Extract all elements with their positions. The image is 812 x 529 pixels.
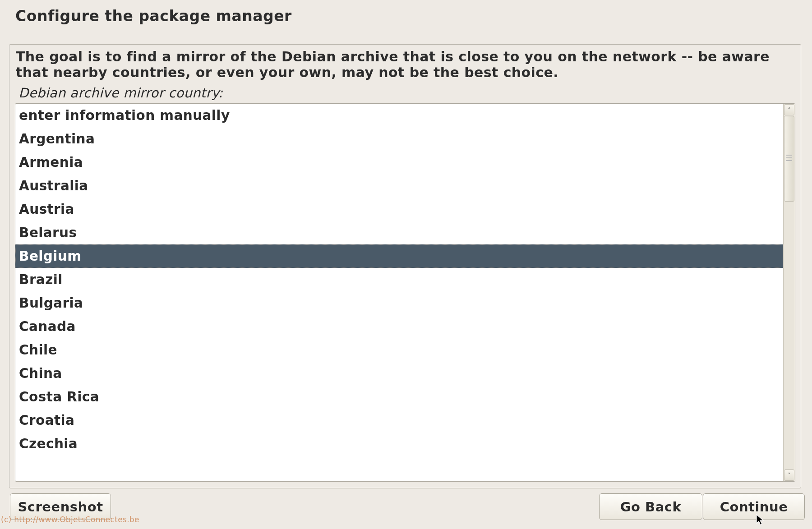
list-item[interactable]: Australia bbox=[15, 174, 783, 198]
list-item[interactable]: Argentina bbox=[15, 127, 783, 151]
scrollbar-track[interactable] bbox=[784, 116, 794, 469]
scrollbar-thumb[interactable] bbox=[784, 116, 794, 202]
list-item[interactable]: Bulgaria bbox=[15, 291, 783, 315]
list-item[interactable]: Austria bbox=[15, 198, 783, 221]
list-item[interactable]: China bbox=[15, 362, 783, 385]
go-back-button[interactable]: Go Back bbox=[599, 493, 702, 520]
mirror-country-listbox[interactable]: enter information manuallyArgentinaArmen… bbox=[15, 103, 795, 482]
main-panel: The goal is to find a mirror of the Debi… bbox=[9, 44, 801, 488]
watermark-text: (c) http://www.ObjetsConnectes.be bbox=[1, 515, 139, 524]
page-title: Configure the package manager bbox=[15, 7, 292, 25]
continue-button[interactable]: Continue bbox=[703, 493, 805, 520]
list-item[interactable]: Belgium bbox=[15, 244, 783, 268]
list-item[interactable]: Armenia bbox=[15, 151, 783, 174]
list-item[interactable]: Belarus bbox=[15, 221, 783, 244]
list-item[interactable]: enter information manually bbox=[15, 104, 783, 127]
description-text: The goal is to find a mirror of the Debi… bbox=[16, 49, 794, 80]
list-item[interactable]: Croatia bbox=[15, 409, 783, 432]
list-item[interactable]: Czechia bbox=[15, 432, 783, 455]
prompt-label: Debian archive mirror country: bbox=[18, 85, 223, 101]
scrollbar[interactable]: ˄ ˅ bbox=[783, 104, 795, 481]
scroll-down-button[interactable]: ˅ bbox=[784, 469, 794, 481]
list-item[interactable]: Brazil bbox=[15, 268, 783, 291]
scroll-up-button[interactable]: ˄ bbox=[784, 104, 794, 115]
list-item[interactable]: Chile bbox=[15, 338, 783, 362]
list-item[interactable]: Canada bbox=[15, 315, 783, 338]
list-item[interactable]: Costa Rica bbox=[15, 385, 783, 409]
listbox-viewport[interactable]: enter information manuallyArgentinaArmen… bbox=[15, 104, 783, 481]
